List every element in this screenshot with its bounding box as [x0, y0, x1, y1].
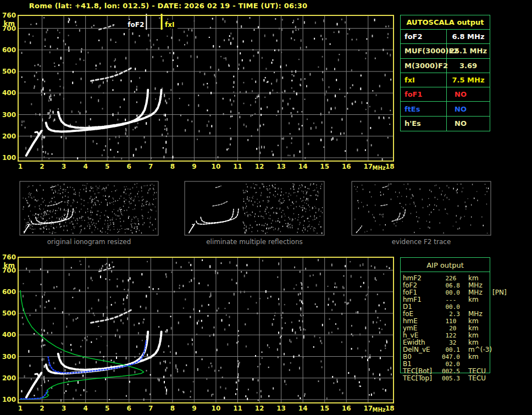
- svg-text:400: 400: [2, 89, 16, 97]
- aip-row-fof2: foF206.8MHz: [403, 282, 529, 289]
- parameter-value: 06.8: [434, 282, 460, 289]
- svg-text:8: 8: [170, 163, 175, 170]
- parameter-value: 002.5: [434, 368, 460, 375]
- panel-thumbnail-2: [185, 181, 324, 235]
- parameter-value: 02.0: [434, 361, 460, 368]
- parameter-unit: km: [468, 296, 492, 303]
- svg-text:5: 5: [105, 405, 109, 412]
- autoscala-row-muf3000f2: MUF(3000)F225.1 MHz: [401, 44, 490, 58]
- aip-table-rows: hmF2226 kmfoF206.8MHzfoF100.0MHz[PN]hmF1…: [403, 275, 529, 382]
- parameter-value: 32: [434, 339, 460, 346]
- bottom-ionogram-plot: 123456789101112131415161718MHz7607006005…: [2, 253, 395, 413]
- svg-text:100: 100: [2, 154, 16, 162]
- parameter-unit: km: [468, 353, 492, 361]
- svg-text:3: 3: [62, 163, 66, 170]
- svg-text:1: 1: [18, 163, 23, 170]
- svg-text:17: 17: [363, 163, 373, 170]
- parameter-value: 7.5 MHz: [447, 73, 490, 87]
- svg-text:4: 4: [83, 163, 87, 170]
- svg-text:18: 18: [385, 163, 395, 170]
- parameter-value: 047.0: [434, 353, 460, 361]
- aip-row-yme: ymE20 km: [403, 325, 529, 332]
- panel-thumbnail-3: [352, 181, 491, 235]
- svg-text:15: 15: [320, 163, 329, 170]
- aip-row-d1: D100.0: [403, 303, 529, 311]
- parameter-label: M(3000)F2: [401, 59, 447, 73]
- axis-labels: 123456789101112131415161718MHz7607006005…: [2, 12, 395, 171]
- trace-hop2: [91, 309, 132, 323]
- autoscala-row-ftes: ftEsNO: [401, 102, 490, 116]
- svg-text:18: 18: [385, 405, 395, 412]
- top-ionogram-plot: foF2fxI123456789101112131415161718MHz760…: [2, 12, 395, 171]
- parameter-label: fxI: [401, 73, 447, 87]
- svg-text:500: 500: [2, 309, 16, 317]
- parameter-label: foF2: [401, 30, 447, 43]
- svg-text:300: 300: [2, 111, 16, 119]
- fxI-marker-label: fxI: [165, 21, 174, 29]
- autoscala-table-header: AUTOSCALA output: [401, 15, 490, 30]
- parameter-value: 122: [434, 332, 460, 339]
- ionogram-traces: [20, 267, 162, 399]
- svg-text:7: 7: [148, 163, 153, 170]
- svg-text:400: 400: [2, 331, 16, 339]
- svg-text:300: 300: [2, 353, 16, 361]
- svg-text:100: 100: [2, 396, 16, 403]
- axis-labels: 123456789101112131415161718MHz7607006005…: [2, 253, 395, 413]
- window-title: Rome (lat: +41.8, lon: 012.5) - DATE: 20…: [0, 2, 336, 10]
- aip-row-foe: foE2.3MHz: [403, 311, 529, 318]
- svg-text:17: 17: [363, 405, 373, 412]
- parameter-value: NO: [447, 102, 490, 115]
- svg-text:6: 6: [127, 405, 131, 412]
- svg-text:2: 2: [40, 163, 44, 170]
- svg-text:5: 5: [105, 163, 109, 170]
- aip-row-fof1: foF100.0MHz[PN]: [403, 289, 529, 296]
- parameter-value: 3.69: [447, 59, 490, 73]
- aip-row-hmf2: hmF2226 km: [403, 275, 529, 282]
- parameter-label: foF1: [401, 87, 447, 101]
- trace-f2-o: [46, 90, 148, 131]
- parameter-value: 110: [434, 318, 460, 325]
- aip-row-tectop: TEC[Top]005.3TECU: [403, 375, 529, 382]
- parameter-value: 005.3: [434, 375, 460, 382]
- y-axis-unit-label: km: [4, 20, 15, 27]
- svg-text:4: 4: [83, 405, 87, 412]
- parameter-value: NO: [447, 117, 490, 131]
- aip-row-b0: B0047.0km: [403, 353, 529, 361]
- autoscala-window: foF2fxI123456789101112131415161718MHz760…: [0, 0, 532, 415]
- parameter-value: 00.0: [434, 303, 460, 311]
- svg-text:16: 16: [342, 405, 351, 412]
- autoscala-row-fxi: fxI7.5 MHz: [401, 73, 490, 87]
- svg-text:3: 3: [62, 405, 66, 412]
- svg-text:12: 12: [255, 163, 264, 170]
- svg-text:9: 9: [192, 405, 196, 412]
- parameter-value: 20: [434, 325, 460, 332]
- parameter-value: NO: [447, 87, 490, 101]
- aip-row-hmf1: hmF1--- km: [403, 296, 529, 303]
- parameter-value: 226: [434, 275, 460, 282]
- svg-text:13: 13: [276, 405, 286, 412]
- autoscala-row-fof1: foF1NO: [401, 87, 490, 102]
- svg-text:12: 12: [255, 405, 264, 412]
- y-axis-unit-label: km: [4, 262, 15, 269]
- svg-text:200: 200: [2, 374, 16, 382]
- trace-hop2: [91, 68, 132, 81]
- autoscala-row-hes: h'EsNO: [401, 117, 490, 131]
- fxI-marker: fxI: [162, 14, 178, 30]
- svg-text:14: 14: [298, 405, 308, 412]
- aip-row-delnve: DelN_vE00.1m^(-3): [403, 346, 529, 353]
- svg-text:8: 8: [170, 405, 175, 412]
- svg-text:11: 11: [233, 405, 242, 412]
- svg-text:13: 13: [276, 163, 286, 170]
- autoscala-row-fof2: foF26.8 MHz: [401, 30, 490, 44]
- aip-table-header: AIP output: [401, 258, 490, 272]
- svg-text:15: 15: [320, 405, 329, 412]
- svg-text:6: 6: [127, 163, 131, 170]
- parameter-value: ---: [434, 296, 460, 303]
- trace-profile: [20, 290, 144, 399]
- parameter-label: ftEs: [401, 102, 447, 115]
- panel-caption-evidence: evidence F2 trace: [352, 238, 491, 246]
- noise-speckles: [21, 17, 392, 161]
- autoscala-table-rows: foF26.8 MHzMUF(3000)F225.1 MHzM(3000)F23…: [401, 30, 490, 131]
- parameter-flag: [PN]: [492, 289, 507, 296]
- panel-caption-eliminate: eliminate multiple reflections: [185, 238, 324, 246]
